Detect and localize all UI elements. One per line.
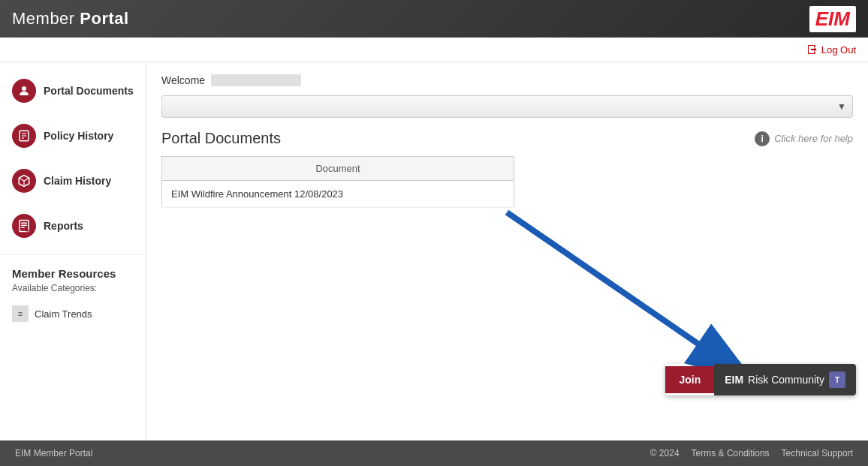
- member-resources-section: Member Resources Available Categories: ≡…: [0, 254, 146, 337]
- footer-left: EIM Member Portal: [15, 448, 92, 458]
- help-link[interactable]: i Click here for help: [755, 131, 853, 146]
- resource-label-claim-trends: Claim Trends: [35, 308, 92, 320]
- logout-label: Log Out: [821, 44, 856, 56]
- logout-icon: [806, 44, 818, 56]
- sidebar: Portal Documents Policy History Claim Hi…: [0, 62, 146, 440]
- svg-rect-9: [21, 223, 27, 224]
- table-row[interactable]: EIM Wildfire Announcement 12/08/2023: [162, 181, 514, 208]
- svg-line-7: [24, 178, 29, 181]
- welcome-name-placeholder: [211, 74, 301, 86]
- join-button[interactable]: Join: [665, 366, 714, 393]
- sidebar-item-policy-history[interactable]: Policy History: [0, 113, 146, 158]
- member-resources-title: Member Resources: [12, 267, 134, 280]
- reports-icon: [12, 214, 36, 238]
- claim-trends-icon: ≡: [12, 305, 29, 322]
- help-icon: i: [755, 131, 770, 146]
- svg-rect-11: [21, 227, 25, 229]
- dropdown-arrow-icon: ▼: [837, 101, 846, 112]
- header: Member Portal EIM: [0, 0, 868, 38]
- svg-rect-10: [21, 225, 27, 227]
- logout-button[interactable]: Log Out: [806, 44, 856, 56]
- svg-point-0: [22, 86, 26, 91]
- content-area: Welcome ▼ Portal Documents i Click here …: [146, 62, 868, 440]
- footer: EIM Member Portal © 2024 Terms & Conditi…: [0, 440, 868, 466]
- sidebar-item-portal-documents[interactable]: Portal Documents: [0, 68, 146, 113]
- portal-docs-header: Portal Documents i Click here for help: [161, 130, 853, 147]
- eim-text: EIM: [725, 374, 743, 386]
- portal-docs-title: Portal Documents: [161, 130, 281, 147]
- documents-table: Document EIM Wildfire Announcement 12/08…: [161, 156, 514, 208]
- svg-line-13: [507, 212, 747, 377]
- sidebar-label-policy-history: Policy History: [44, 130, 113, 142]
- teams-icon: T: [829, 371, 845, 388]
- header-title-bold: Portal: [80, 9, 128, 28]
- sidebar-label-claim-history: Claim History: [44, 175, 111, 187]
- claim-history-icon: [12, 169, 36, 193]
- footer-links: © 2024 Terms & Conditions Technical Supp…: [650, 448, 853, 458]
- table-column-document: Document: [162, 157, 514, 181]
- header-title: Member Portal: [12, 9, 129, 29]
- header-title-normal: Member: [12, 9, 80, 28]
- welcome-label: Welcome: [161, 74, 205, 86]
- sidebar-label-reports: Reports: [44, 220, 83, 232]
- sidebar-item-claim-history[interactable]: Claim History: [0, 158, 146, 203]
- svg-line-6: [19, 178, 24, 181]
- sidebar-item-reports[interactable]: Reports: [0, 203, 146, 248]
- member-resources-subtitle: Available Categories:: [12, 283, 134, 293]
- top-bar: Log Out: [0, 38, 868, 62]
- sidebar-label-portal-documents: Portal Documents: [44, 85, 134, 97]
- join-community-container: Join EIM Risk Community T: [665, 364, 856, 395]
- resource-item-claim-trends[interactable]: ≡ Claim Trends: [12, 302, 134, 325]
- eim-logo: EIM: [809, 6, 856, 32]
- footer-copyright: © 2024: [650, 448, 680, 458]
- entity-dropdown[interactable]: ▼: [161, 95, 853, 118]
- welcome-bar: Welcome: [161, 74, 853, 86]
- community-label: EIM Risk Community T: [714, 364, 856, 395]
- main-layout: Portal Documents Policy History Claim Hi…: [0, 62, 868, 440]
- table-cell-document: EIM Wildfire Announcement 12/08/2023: [162, 181, 514, 208]
- portal-documents-icon: [12, 79, 36, 103]
- community-text: Risk Community: [748, 374, 824, 386]
- terms-link[interactable]: Terms & Conditions: [692, 448, 770, 458]
- policy-history-icon: [12, 124, 36, 148]
- help-link-label: Click here for help: [774, 133, 853, 144]
- support-link[interactable]: Technical Support: [782, 448, 853, 458]
